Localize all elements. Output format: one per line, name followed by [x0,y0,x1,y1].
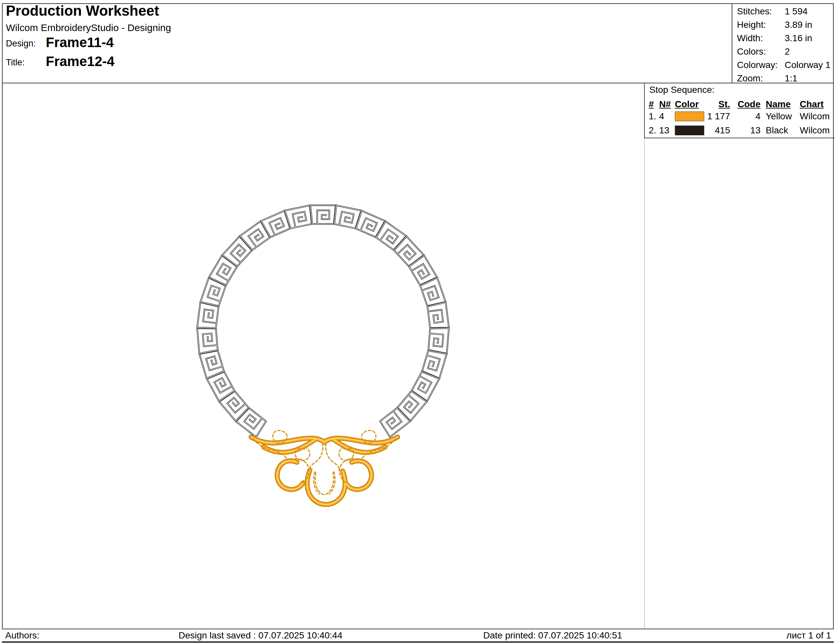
row2-name: Black [766,125,788,136]
zoom-label: Zoom: [737,72,763,85]
colorway-label: Colorway: [737,58,778,72]
row1-name: Yellow [766,111,792,121]
col-header-name: Name [766,99,791,110]
row2-stitches: 415 [693,125,730,136]
sheet-number-text: лист 1 of 1 [786,630,831,641]
summary-row-width: Width: 3.16 in [732,31,834,45]
height-label: Height: [737,18,766,31]
authors-label: Authors: [5,630,39,641]
stitches-value: 1 594 [785,5,807,18]
application-name: Wilcom EmbroideryStudio - Designing [6,22,171,33]
date-printed-text: Date printed: 07.07.2025 10:40:51 [483,630,622,641]
title-name-value: Frame12-4 [46,54,115,69]
row1-num: 1. [649,111,656,121]
row2-chart: Wilcom [800,125,830,136]
summary-row-stitches: Stitches: 1 594 [732,5,834,18]
col-header-chart: Chart [800,99,824,110]
summary-row-height: Height: 3.89 in [732,18,834,31]
row1-code: 4 [736,111,760,121]
stitches-label: Stitches: [737,5,772,18]
last-saved-text: Design last saved : 07.07.2025 10:40:44 [179,630,342,641]
height-value: 3.89 in [785,18,812,31]
footer-bar: Authors: Design last saved : 07.07.2025 … [2,629,834,643]
row2-num: 2. [649,125,656,136]
design-name-value: Frame11-4 [46,34,114,50]
title-label: Title: [6,57,25,68]
page-title: Production Worksheet [6,3,159,19]
stop-panel-side-line [644,138,645,629]
row1-n-num: 4 [659,111,665,121]
zoom-value: 1:1 [785,72,798,85]
col-header-num: # [649,99,654,110]
width-label: Width: [737,31,763,45]
width-value: 3.16 in [785,31,812,45]
col-header-n-num: N# [659,99,671,110]
col-header-code: Code [736,99,760,110]
summary-row-zoom: Zoom: 1:1 [732,72,834,85]
summary-row-colorway: Colorway: Colorway 1 [732,58,834,72]
row1-stitches: 1 177 [693,111,730,121]
row1-chart: Wilcom [800,111,830,121]
col-header-stitches: St. [693,99,730,110]
row2-n-num: 13 [659,125,669,136]
row2-code: 13 [736,125,760,136]
colors-value: 2 [785,45,790,58]
summary-row-colors: Colors: 2 [732,45,834,58]
design-label: Design: [6,39,36,49]
colorway-value: Colorway 1 [785,58,830,72]
design-summary-panel: Stitches: 1 594 Height: 3.89 in Width: 3… [732,5,834,83]
colors-label: Colors: [737,45,766,58]
production-worksheet-page: Production Worksheet Wilcom EmbroiderySt… [0,0,837,644]
stop-sequence-title: Stop Sequence: [649,85,714,95]
